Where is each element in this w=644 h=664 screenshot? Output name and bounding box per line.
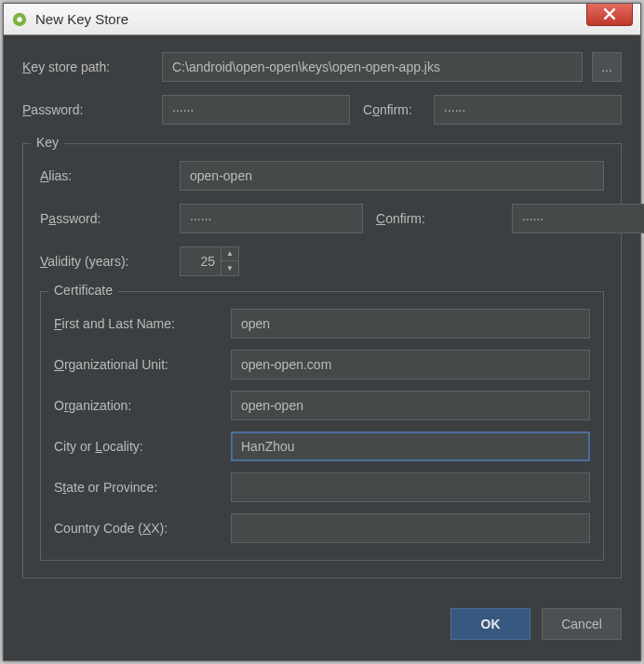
first-last-row: First and Last Name: (54, 309, 590, 339)
org-unit-input[interactable] (231, 350, 590, 379)
key-password-label: Password: (40, 211, 170, 226)
key-password-row: Password: Confirm: (40, 204, 604, 233)
certificate-legend: Certificate (48, 283, 118, 298)
validity-spinner[interactable]: ▲ ▼ (180, 246, 239, 276)
state-label: State or Province: (54, 480, 221, 495)
country-label: Country Code (XX): (54, 521, 221, 536)
spinner-up-icon[interactable]: ▲ (221, 247, 238, 261)
alias-label: Alias: (40, 168, 170, 183)
svg-point-1 (17, 17, 21, 21)
org-unit-label: Organizational Unit: (54, 357, 221, 372)
state-row: State or Province: (54, 472, 590, 502)
first-last-input[interactable] (231, 309, 590, 339)
dialog-content: Key store path: ... Password: Confirm: K… (4, 35, 640, 591)
validity-label: Validity (years): (40, 254, 170, 269)
alias-input[interactable] (180, 161, 604, 191)
org-input[interactable] (231, 391, 590, 420)
validity-row: Validity (years): ▲ ▼ (40, 246, 604, 276)
validity-input[interactable] (180, 246, 221, 276)
city-input[interactable] (231, 432, 590, 461)
spinner-arrows: ▲ ▼ (221, 246, 239, 276)
country-row: Country Code (XX): (54, 513, 590, 543)
close-button[interactable] (586, 4, 633, 26)
dialog-window: New Key Store Key store path: ... Passwo… (3, 3, 641, 661)
key-group: Key Alias: Password: Confirm: Validity (… (22, 143, 622, 578)
keystore-password-input[interactable] (162, 95, 350, 125)
browse-button[interactable]: ... (592, 52, 622, 82)
keystore-confirm-input[interactable] (434, 95, 622, 125)
state-input[interactable] (231, 472, 590, 502)
keystore-confirm-label: Confirm: (359, 102, 424, 117)
org-unit-row: Organizational Unit: (54, 350, 590, 379)
country-input[interactable] (231, 513, 590, 543)
org-row: Organization: (54, 391, 590, 420)
ok-button[interactable]: OK (450, 608, 530, 640)
key-confirm-input[interactable] (512, 204, 644, 233)
key-confirm-label: Confirm: (372, 211, 503, 226)
city-label: City or Locality: (54, 439, 221, 454)
certificate-group: Certificate First and Last Name: Organiz… (40, 291, 604, 561)
alias-row: Alias: (40, 161, 604, 191)
key-group-legend: Key (31, 135, 64, 150)
keystore-path-row: Key store path: ... (22, 52, 622, 82)
first-last-label: First and Last Name: (54, 316, 221, 331)
city-row: City or Locality: (54, 432, 590, 461)
keystore-password-row: Password: Confirm: (22, 95, 622, 125)
keystore-password-label: Password: (22, 102, 153, 117)
titlebar: New Key Store (4, 4, 640, 35)
key-password-input[interactable] (180, 204, 363, 233)
cancel-button[interactable]: Cancel (542, 608, 622, 640)
keystore-path-input[interactable] (162, 52, 583, 82)
android-studio-icon (11, 11, 28, 28)
window-title: New Key Store (35, 11, 586, 27)
close-icon (603, 7, 616, 20)
org-label: Organization: (54, 398, 221, 413)
button-bar: OK Cancel (4, 591, 640, 660)
keystore-path-label: Key store path: (22, 60, 153, 74)
spinner-down-icon[interactable]: ▼ (221, 261, 238, 275)
